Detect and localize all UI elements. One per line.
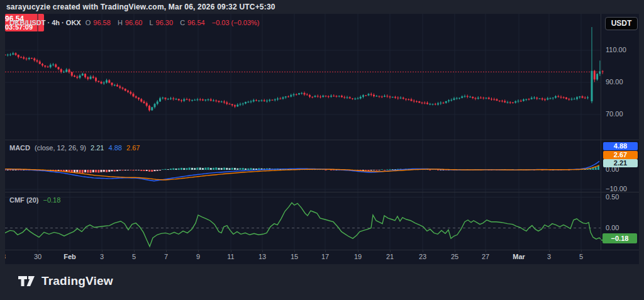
change-value: −0.03 (−0.03%)	[212, 19, 260, 26]
ohlc-close-label: C	[180, 19, 185, 26]
ohlc-open-value: 96.58	[93, 19, 111, 26]
time-axis-label: 28	[5, 253, 6, 260]
cmf-value-badge: −0.18	[602, 233, 637, 243]
price-axis-border	[601, 14, 601, 250]
time-axis-label: 11	[227, 253, 234, 260]
tradingview-logo-icon	[18, 274, 36, 288]
panel-divider[interactable]	[5, 250, 639, 250]
time-axis[interactable]: 2830Feb3579111315171921232527Mar35	[5, 250, 639, 264]
macd-params: (close, 12, 26, 9)	[35, 144, 86, 152]
time-axis-label: 23	[419, 253, 426, 260]
tradingview-snapshot: sarayucyzie created with TradingView.com…	[0, 0, 644, 300]
time-axis-label: 30	[34, 253, 42, 260]
price-axis-label: 70.00	[606, 110, 623, 118]
cmf-panel: CMF (20) −0.18	[5, 192, 639, 250]
brand-name: TradingView	[42, 274, 113, 288]
cmf-value: −0.18	[43, 196, 61, 204]
symbol-legend[interactable]: OKB/USDT · 4h · OKX O96.58 H96.60 L96.30…	[9, 19, 262, 26]
ohlc-high-value: 96.60	[125, 19, 143, 26]
time-axis-label: 15	[291, 253, 298, 260]
time-axis-label: 3	[547, 253, 551, 260]
macd-value-badge: 2.21	[603, 159, 638, 167]
panel-divider[interactable]	[5, 140, 639, 140]
currency-toggle-button[interactable]: USDT	[605, 17, 638, 30]
time-axis-label: Mar	[513, 253, 525, 260]
time-axis-label: 25	[451, 253, 458, 260]
time-axis-label: 9	[196, 253, 200, 260]
macd-value-badge: 4.88	[603, 142, 638, 150]
macd-hist-value: 2.21	[91, 144, 104, 152]
panel-divider[interactable]	[5, 192, 639, 192]
price-axis-label: 90.00	[606, 78, 623, 86]
time-axis-label: 5	[132, 253, 136, 260]
macd-panel: MACD (close, 12, 26, 9) 2.21 4.88 2.67	[5, 140, 639, 192]
price-axis-label: 110.00	[606, 46, 626, 53]
main-chart-canvas[interactable]	[5, 14, 639, 140]
macd-value-badge: 2.67	[603, 151, 638, 159]
ohlc-low-label: L	[149, 19, 153, 26]
time-axis-label: 27	[482, 253, 489, 260]
time-axis-label: 7	[164, 253, 168, 260]
macd-legend[interactable]: MACD (close, 12, 26, 9) 2.21 4.88 2.67	[9, 144, 142, 152]
cmf-axis-label: 0.00	[606, 224, 619, 231]
ohlc-high-label: H	[118, 19, 123, 26]
time-axis-label: 3	[100, 253, 104, 260]
tradingview-logo[interactable]: TradingView	[18, 274, 113, 288]
macd-line-value: 4.88	[109, 144, 122, 152]
cmf-chart-canvas[interactable]	[5, 192, 639, 250]
cmf-title[interactable]: CMF (20)	[9, 196, 38, 204]
macd-signal-value: 2.67	[126, 144, 140, 152]
time-axis-label: 19	[354, 253, 362, 260]
price-panel: OKB/USDT · 4h · OKX O96.58 H96.60 L96.30…	[5, 14, 639, 140]
time-axis-label: Feb	[64, 253, 76, 260]
attribution-text: sarayucyzie created with TradingView.com…	[6, 3, 275, 11]
macd-title[interactable]: MACD	[9, 144, 30, 152]
time-axis-label: 17	[321, 253, 329, 260]
ohlc-low-value: 96.30	[156, 19, 174, 26]
time-axis-label: 21	[386, 253, 394, 260]
cmf-axis-label: 0.50	[606, 193, 619, 201]
symbol-title[interactable]: OKB/USDT · 4h · OKX	[9, 19, 81, 26]
footer-bar: TradingView	[0, 264, 644, 300]
chart-frame: OKB/USDT · 4h · OKX O96.58 H96.60 L96.30…	[5, 14, 639, 264]
attribution-bar: sarayucyzie created with TradingView.com…	[0, 0, 644, 14]
ohlc-close-value: 96.54	[187, 19, 205, 26]
ohlc-open-label: O	[86, 19, 91, 26]
time-axis-label: 5	[579, 253, 583, 260]
time-axis-label: 13	[258, 253, 266, 260]
cmf-legend[interactable]: CMF (20) −0.18	[9, 196, 63, 204]
